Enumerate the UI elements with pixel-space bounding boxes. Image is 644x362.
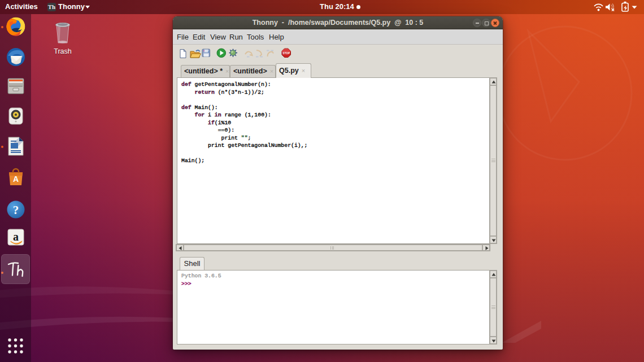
svg-text:?: ? — [13, 203, 19, 217]
svg-text:STOP: STOP — [282, 52, 290, 55]
svg-text:a: a — [13, 230, 19, 243]
svg-text:A: A — [13, 175, 19, 184]
